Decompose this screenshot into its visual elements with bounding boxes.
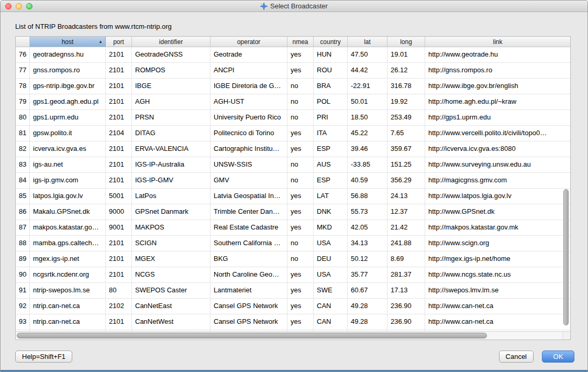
- header-country[interactable]: country: [314, 37, 348, 47]
- cell-long: 359.67: [387, 141, 425, 157]
- cell-long: 281.37: [387, 267, 425, 282]
- zoom-button[interactable]: [26, 3, 32, 9]
- cell-identifier: ERVA-VALENCIA: [132, 141, 210, 157]
- cell-long: 236.90: [387, 314, 425, 330]
- cell-num: 83: [16, 157, 30, 172]
- cancel-button[interactable]: Cancel: [499, 351, 534, 363]
- table-row[interactable]: 91ntrip-swepos.lm.se80SWEPOS CasterLantm…: [16, 283, 570, 299]
- help-button[interactable]: Help=Shift+F1: [15, 351, 72, 363]
- cell-nmea: no: [287, 251, 314, 267]
- cell-link: http://magicgnss.gmv.com: [425, 173, 570, 188]
- cell-identifier: CanNetEast: [132, 299, 210, 314]
- cell-identifier: DITAG: [132, 126, 210, 141]
- header-link[interactable]: link: [425, 37, 570, 47]
- cell-lat: -22.91: [348, 79, 387, 94]
- cell-nmea: yes: [287, 267, 314, 282]
- cell-link: http://www.can-net.ca: [425, 314, 570, 330]
- cell-operator: IGBE Diretoria de G…: [210, 79, 287, 94]
- cell-lat: 60.67: [348, 283, 387, 298]
- cell-port: 2101: [106, 63, 132, 78]
- table-row[interactable]: 77gnss.rompos.ro2101ROMPOSANCPIyesROU44.…: [16, 63, 570, 79]
- cell-host: ntrip.can-net.ca: [30, 314, 106, 330]
- table-row[interactable]: 87makpos.katastar.go…9001MAKPOSReal Esta…: [16, 220, 570, 236]
- cell-lat: -33.85: [348, 157, 387, 172]
- cell-nmea: yes: [287, 141, 314, 157]
- table-row[interactable]: 81gpsw.polito.it2104DITAGPolitecnico di …: [16, 126, 570, 141]
- header-operator[interactable]: operator: [210, 37, 287, 47]
- table-row[interactable]: 85latpos.lgia.gov.lv5001LatPosLatvia Geo…: [16, 189, 570, 204]
- table-row[interactable]: 76geotradegnss.hu2101GeotradeGNSSGeotrad…: [16, 47, 570, 63]
- cell-host: gps1.geod.agh.edu.pl: [30, 94, 106, 110]
- table-row[interactable]: 92ntrip.can-net.ca2102CanNetEastCansel G…: [16, 299, 570, 314]
- cell-port: 5001: [106, 189, 132, 204]
- cell-long: 316.78: [387, 79, 425, 94]
- cell-num: 79: [16, 94, 30, 110]
- cell-port: 2101: [106, 110, 132, 125]
- header-rownum[interactable]: [16, 37, 30, 47]
- cell-link: http://www.surveying.unsw.edu.au: [425, 157, 570, 172]
- table-row[interactable]: 80gps1.uprm.edu2101PRSNUniversity Puerto…: [16, 110, 570, 126]
- cell-num: 78: [16, 79, 30, 94]
- ok-button[interactable]: OK: [542, 351, 574, 363]
- table-row[interactable]: 83igs-au.net2101IGS-IP-AustraliaUNSW-SSI…: [16, 157, 570, 173]
- cell-link: http://gnss.rompos.ro: [425, 63, 570, 78]
- table-row[interactable]: 82icverva.icv.gva.es2101ERVA-VALENCIACar…: [16, 141, 570, 157]
- cell-identifier: SCIGN: [132, 236, 210, 251]
- cell-port: 9001: [106, 220, 132, 235]
- close-button[interactable]: [5, 3, 12, 9]
- cell-identifier: GPSnet Danmark: [132, 204, 210, 220]
- cell-nmea: no: [287, 236, 314, 251]
- titlebar[interactable]: Select Broadcaster: [1, 1, 587, 12]
- cell-country: DEU: [314, 251, 348, 267]
- cell-host: Makalu.GPSnet.dk: [30, 204, 106, 220]
- cell-country: AUS: [314, 157, 348, 172]
- cell-lat: 42.05: [348, 220, 387, 235]
- table-row[interactable]: 78gps-ntrip.ibge.gov.br2101IBGEIGBE Dire…: [16, 79, 570, 94]
- cell-lat: 49.28: [348, 299, 387, 314]
- cell-nmea: yes: [287, 220, 314, 235]
- cell-port: 2101: [106, 173, 132, 188]
- cell-lat: 49.28: [348, 314, 387, 330]
- cell-host: geotradegnss.hu: [30, 47, 106, 62]
- cell-long: 151.25: [387, 157, 425, 172]
- vertical-scrollbar[interactable]: [562, 47, 570, 331]
- cell-country: ITA: [314, 126, 348, 141]
- minimize-button[interactable]: [16, 3, 22, 9]
- table-row[interactable]: 90ncgsrtk.ncdenr.org2101NCGSNorth Caroli…: [16, 267, 570, 283]
- header-host-label: host: [62, 38, 74, 46]
- cell-nmea: yes: [287, 204, 314, 220]
- header-lat[interactable]: lat: [348, 37, 387, 47]
- cell-country: LAT: [314, 189, 348, 204]
- header-nmea[interactable]: nmea: [287, 37, 314, 47]
- cell-nmea: no: [287, 173, 314, 188]
- window-title: Select Broadcaster: [270, 2, 328, 10]
- header-identifier[interactable]: identifier: [132, 37, 210, 47]
- table-row[interactable]: 93ntrip.can-net.ca2101CanNetWestCansel G…: [16, 314, 570, 330]
- header-port[interactable]: port: [106, 37, 132, 47]
- header-long[interactable]: long: [387, 37, 425, 47]
- table-row[interactable]: 89mgex.igs-ip.net2101MGEXBKGnoDEU50.128.…: [16, 251, 570, 267]
- header-host[interactable]: host ▲: [30, 37, 106, 47]
- cell-num: 84: [16, 173, 30, 188]
- cell-num: 92: [16, 299, 30, 314]
- table-row[interactable]: 84igs-ip.gmv.com2101IGS-IP-GMVGMVnoESP40…: [16, 173, 570, 189]
- cell-operator: University Puerto Rico: [210, 110, 287, 125]
- cell-num: 77: [16, 63, 30, 78]
- table-row[interactable]: 86Makalu.GPSnet.dk9000GPSnet DanmarkTrim…: [16, 204, 570, 220]
- vertical-scrollbar-thumb[interactable]: [563, 189, 569, 325]
- cell-host: igs-au.net: [30, 157, 106, 172]
- horizontal-scrollbar[interactable]: [16, 331, 562, 340]
- cell-operator: Cansel GPS Network: [210, 299, 287, 314]
- window-bottom-edge: [1, 370, 587, 371]
- table-row[interactable]: 79gps1.geod.agh.edu.pl2101AGHAGH-USTnoPO…: [16, 94, 570, 110]
- horizontal-scrollbar-thumb[interactable]: [17, 333, 487, 338]
- cell-identifier: MGEX: [132, 251, 210, 267]
- cell-host: icverva.icv.gva.es: [30, 141, 106, 157]
- table-row[interactable]: 88mamba.gps.caltech…2101SCIGNSouthern Ca…: [16, 236, 570, 251]
- cell-host: ncgsrtk.ncdenr.org: [30, 267, 106, 282]
- cell-long: 26.12: [387, 63, 425, 78]
- cell-port: 2101: [106, 251, 132, 267]
- cell-operator: Lantmateriet: [210, 283, 287, 298]
- broadcaster-table: host ▲ port identifier operator nmea cou…: [15, 36, 571, 340]
- cell-country: CAN: [314, 314, 348, 330]
